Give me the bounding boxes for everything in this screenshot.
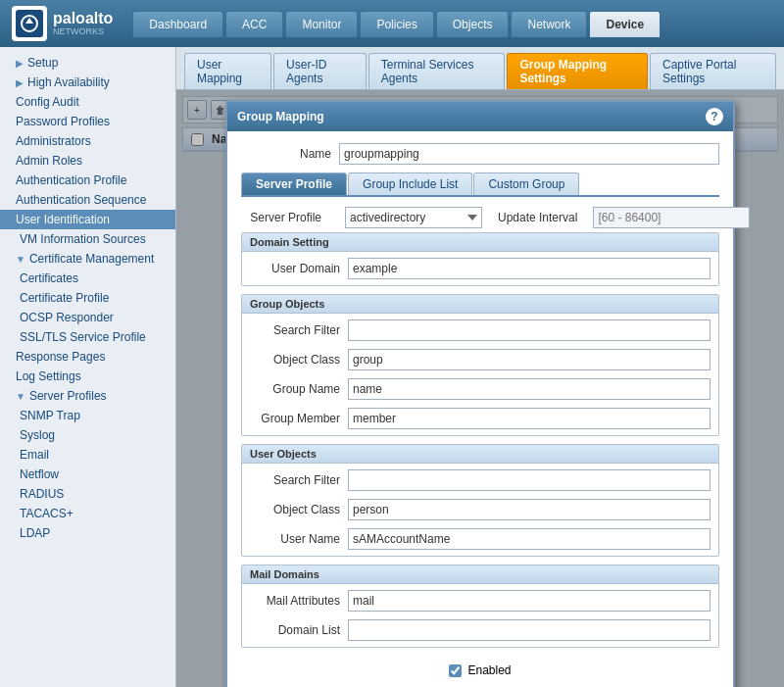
group-mapping-dialog: Group Mapping ? Name Server Profile [225,100,735,687]
logo-area: paloalto NETWORKS [12,6,113,41]
group-search-filter-input[interactable] [348,319,710,341]
nav-tab-policies[interactable]: Policies [360,11,433,37]
sub-tab-captive-portal[interactable]: Captive Portal Settings [650,53,776,89]
search-filter-row: Search Filter [250,319,710,341]
inner-tab-server-profile[interactable]: Server Profile [241,172,347,195]
object-class-input[interactable] [348,349,710,370]
nav-tab-monitor[interactable]: Monitor [285,11,358,37]
sidebar-item-tacacs[interactable]: TACACS+ [0,504,175,523]
sidebar-item-response-pages[interactable]: Response Pages [0,347,175,367]
sidebar-item-vm-info[interactable]: VM Information Sources [0,229,175,249]
object-class-row: Object Class [250,349,710,370]
logo-name: paloalto [53,11,113,26]
user-objects-title: User Objects [242,445,718,464]
sidebar-item-cert-profile[interactable]: Certificate Profile [0,288,175,308]
sidebar: ▶Setup ▶High Availability Config Audit P… [0,47,176,687]
name-row: Name [241,143,719,165]
enabled-checkbox[interactable] [449,664,462,677]
sidebar-item-auth-sequence[interactable]: Authentication Sequence [0,190,175,210]
group-objects-title: Group Objects [242,295,718,314]
sidebar-item-password-profiles[interactable]: Password Profiles [0,112,175,131]
group-objects-content: Search Filter Object Class Group Name [242,314,718,435]
mail-attributes-input[interactable] [348,590,710,612]
interval-label: Update Interval [498,211,577,224]
group-name-row: Group Name [250,378,710,400]
user-objects-section: User Objects Search Filter Object Class [241,444,719,557]
user-object-class-input[interactable] [348,499,710,520]
sidebar-item-user-identification[interactable]: User Identification [0,210,175,229]
inner-tab-custom-group[interactable]: Custom Group [473,172,579,195]
name-label: Name [241,147,339,161]
expand-icon: ▶ [16,77,24,88]
sidebar-item-config-audit[interactable]: Config Audit [0,92,175,112]
user-name-input[interactable] [348,528,710,550]
domain-setting-title: Domain Setting [242,233,718,252]
sub-tab-group-mapping[interactable]: Group Mapping Settings [507,53,648,89]
sub-nav: User Mapping User-ID Agents Terminal Ser… [176,47,784,90]
sidebar-item-ssl-tls[interactable]: SSL/TLS Service Profile [0,327,175,347]
sub-tab-user-mapping[interactable]: User Mapping [184,53,271,89]
group-member-row: Group Member [250,408,710,429]
top-bar: paloalto NETWORKS Dashboard ACC Monitor … [0,0,784,47]
sidebar-item-server-profiles[interactable]: ▼Server Profiles [0,386,175,406]
name-input[interactable] [339,143,719,165]
user-search-filter-label: Search Filter [250,473,348,487]
sidebar-item-email[interactable]: Email [0,445,175,465]
content-panel: + 🗑 Name Group Mapping ? [176,90,784,687]
sidebar-item-ha[interactable]: ▶High Availability [0,73,175,92]
domain-list-input[interactable] [348,619,710,641]
nav-tab-network[interactable]: Network [511,11,587,37]
inner-tab-group-include[interactable]: Group Include List [348,172,472,195]
enabled-label: Enabled [467,663,511,677]
sidebar-item-log-settings[interactable]: Log Settings [0,367,175,386]
logo-sub: NETWORKS [53,26,113,36]
server-profile-select[interactable]: activedirectory [345,207,482,228]
sidebar-item-cert-mgmt[interactable]: ▼Certificate Management [0,249,175,269]
user-name-row: User Name [250,528,710,550]
sidebar-item-syslog[interactable]: Syslog [0,425,175,445]
main-layout: ▶Setup ▶High Availability Config Audit P… [0,47,784,687]
user-search-filter-input[interactable] [348,469,710,491]
sidebar-item-ocsp[interactable]: OCSP Responder [0,308,175,327]
logo-icon [12,6,47,41]
user-search-filter-row: Search Filter [250,469,710,491]
sidebar-item-auth-profile[interactable]: Authentication Profile [0,171,175,190]
sidebar-item-admin-roles[interactable]: Admin Roles [0,151,175,171]
group-objects-section: Group Objects Search Filter Object Class [241,294,719,436]
mail-attributes-row: Mail Attributes [250,590,710,612]
domain-setting-section: Domain Setting User Domain [241,232,719,286]
interval-input[interactable] [593,207,750,228]
sub-tab-terminal-services[interactable]: Terminal Services Agents [368,53,506,89]
object-class-label: Object Class [250,353,348,367]
sidebar-item-setup[interactable]: ▶Setup [0,53,175,73]
group-name-input[interactable] [348,378,710,400]
nav-tab-acc[interactable]: ACC [225,11,283,37]
sidebar-item-netflow[interactable]: Netflow [0,465,175,484]
nav-tab-device[interactable]: Device [589,11,661,37]
user-domain-input[interactable] [348,258,710,279]
search-filter-label: Search Filter [250,323,348,337]
server-profile-label: Server Profile [241,211,329,224]
user-domain-row: User Domain [250,258,710,279]
group-member-label: Group Member [250,412,348,425]
sidebar-item-radius[interactable]: RADIUS [0,484,175,504]
domain-list-row: Domain List [250,619,710,641]
sidebar-item-administrators[interactable]: Administrators [0,131,175,151]
mail-domains-content: Mail Attributes Domain List [242,584,718,647]
dialog-overlay: Group Mapping ? Name Server Profile [176,90,784,687]
user-domain-label: User Domain [250,262,348,275]
nav-tab-dashboard[interactable]: Dashboard [132,11,223,37]
help-button[interactable]: ? [706,108,723,125]
user-name-label: User Name [250,532,348,546]
sidebar-item-snmp[interactable]: SNMP Trap [0,406,175,425]
content-area: User Mapping User-ID Agents Terminal Ser… [176,47,784,687]
nav-tab-objects[interactable]: Objects [436,11,510,37]
user-objects-content: Search Filter Object Class User Name [242,464,718,556]
sidebar-item-certificates[interactable]: Certificates [0,269,175,288]
dialog-title: Group Mapping [237,110,324,123]
enabled-row: Enabled [241,656,719,685]
group-member-input[interactable] [348,408,710,429]
dialog-header: Group Mapping ? [227,102,733,131]
sidebar-item-ldap[interactable]: LDAP [0,523,175,543]
sub-tab-userid-agents[interactable]: User-ID Agents [273,53,367,89]
